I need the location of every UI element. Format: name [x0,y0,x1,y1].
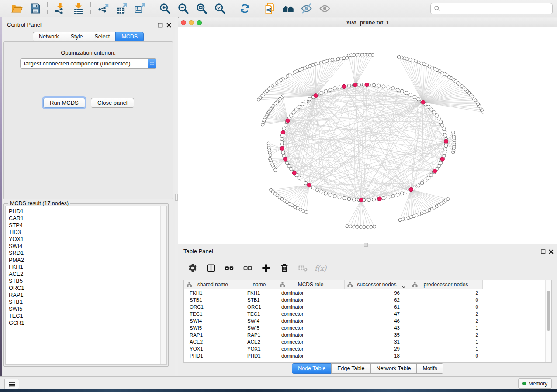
export-image-button[interactable] [132,2,147,16]
cell-shared-name: YOX1 [184,346,242,351]
column-label: name [253,282,266,288]
tab-select[interactable]: Select [89,32,116,42]
create-row-icon [261,263,271,273]
cell-predecessor-nodes: 1 [409,339,483,344]
search-field[interactable] [430,3,553,14]
table-row[interactable]: RAP1RAP1dominator352 [184,331,551,338]
delete-row-button[interactable] [279,262,290,274]
splitter-grip[interactable] [175,194,178,201]
cell-predecessor-nodes: 0 [409,297,483,303]
cell-name: SWI4 [242,318,277,323]
tab-edge-table[interactable]: Edge Table [331,363,370,374]
function-builder-icon: f(x) [314,263,329,273]
import-table-icon [73,3,84,14]
create-row-button[interactable] [260,262,272,274]
deselect-all-button[interactable] [242,262,253,274]
import-table-button[interactable] [71,2,86,16]
cell-successor-nodes: 47 [345,311,409,316]
mcds-result-node: SWI5 [9,306,166,313]
cell-predecessor-nodes: 2 [409,290,483,296]
tab-style[interactable]: Style [65,32,89,42]
selected-criterion: largest connected component (undirected) [21,60,148,67]
mcds-result-node: RAP1 [9,292,166,299]
node-attribute-icon [347,282,353,287]
horizontal-splitter-grip[interactable] [364,243,368,247]
cell-shared-name: STB1 [184,297,242,303]
cell-name: YOX1 [242,346,277,351]
cell-shared-name: TEC1 [184,311,242,316]
tab-motifs[interactable]: Motifs [416,363,443,374]
table-row[interactable]: STB1STB1dominator620 [184,296,551,303]
network-canvas[interactable] [178,27,557,244]
network-list-button[interactable] [4,379,19,389]
column-header-MCDS-role[interactable]: MCDS role [277,280,345,289]
table-row[interactable]: ACE2ACE2connector311 [184,338,551,345]
cell-successor-nodes: 18 [345,353,409,358]
zoom-selected-button[interactable] [212,2,227,16]
cell-successor-nodes: 35 [345,332,409,337]
delete-row-icon [280,263,289,273]
cell-mcds-role: dominator [277,332,345,337]
close-panel-icon[interactable] [166,22,172,28]
refresh-layout-button[interactable] [237,2,252,16]
export-table-button[interactable] [114,2,129,16]
mcds-result-node: FKH1 [9,264,166,271]
table-row[interactable]: SWI5SWI5connector431 [184,324,551,331]
column-header-shared-name[interactable]: shared name [184,280,242,289]
column-label: MCDS role [298,282,324,288]
mcds-result-node: TID3 [9,229,166,236]
mcds-panel: Optimization criterion: largest connecte… [3,41,173,199]
zoom-fit-button[interactable] [194,2,209,16]
column-header-predecessor-nodes[interactable]: predecessor nodes [409,280,483,289]
table-row[interactable]: TEC1TEC1connector472 [184,310,551,317]
column-chooser-button[interactable] [205,262,217,274]
zoom-in-icon [159,3,171,14]
float-table-panel-icon[interactable] [540,248,547,255]
cell-mcds-role: connector [277,339,345,344]
show-all-button[interactable] [317,2,332,16]
float-panel-icon[interactable] [157,22,163,28]
table-row[interactable]: FKH1FKH1dominator962 [184,289,551,296]
new-network-from-selection-button[interactable] [262,2,277,16]
table-row[interactable]: SWI4SWI4dominator462 [184,317,551,324]
table-row[interactable]: ORC1ORC1dominator610 [184,303,551,310]
zoom-out-button[interactable] [176,2,190,16]
first-neighbors-button[interactable] [280,2,295,16]
zoom-in-button[interactable] [157,2,172,16]
column-header-name[interactable]: name [242,280,277,289]
search-input[interactable] [442,5,549,12]
memory-button[interactable]: Memory [518,378,552,389]
tab-mcds[interactable]: MCDS [115,32,144,42]
table-row[interactable]: PHD1PHD1dominator180 [184,352,551,359]
import-network-button[interactable] [52,2,67,16]
cell-predecessor-nodes: 2 [409,332,483,337]
control-panel: Control Panel NetworkStyleSelectMCDS Opt… [2,17,175,376]
select-all-icon [225,263,234,273]
close-panel-button[interactable]: Close panel [91,98,134,108]
table-scrollbar[interactable] [545,280,551,362]
run-mcds-button[interactable]: Run MCDS [43,98,85,108]
tab-node-table[interactable]: Node Table [292,363,332,374]
result-list-scrollbar[interactable] [160,206,166,364]
tab-network[interactable]: Network [33,32,65,42]
cell-name: TEC1 [242,311,277,316]
optimization-criterion-select[interactable]: largest connected component (undirected) [20,58,156,69]
tab-network-table[interactable]: Network Table [370,363,417,374]
settings-button[interactable] [187,262,198,274]
export-network-button[interactable] [96,2,111,16]
mcds-result-node: STB5 [9,278,166,285]
mcds-result-node: PMA2 [9,257,166,264]
table-scrollbar-thumb[interactable] [547,291,550,331]
cell-shared-name: ORC1 [184,304,242,309]
hide-selected-button[interactable] [299,2,314,16]
table-header-row: shared namenameMCDS rolesuccessor nodesp… [184,280,551,289]
cell-successor-nodes: 29 [345,346,409,351]
cell-predecessor-nodes: 1 [409,325,483,330]
select-all-button[interactable] [224,262,235,274]
table-row[interactable]: YOX1YOX1connector291 [184,345,551,352]
save-session-button[interactable] [28,2,42,16]
column-header-successor-nodes[interactable]: successor nodes [345,280,409,289]
desktop-wallpaper-bottom [0,389,557,392]
close-table-panel-icon[interactable] [548,248,554,255]
open-session-button[interactable] [9,2,24,16]
